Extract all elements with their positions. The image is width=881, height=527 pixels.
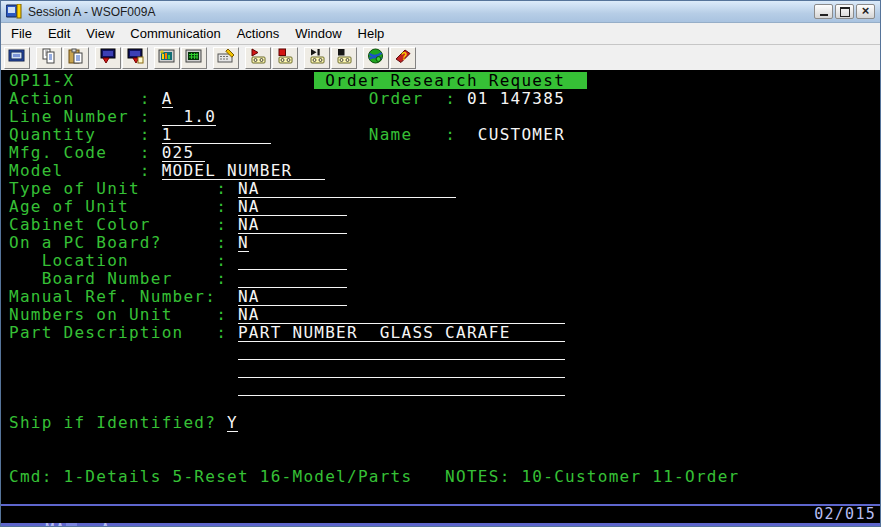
label-part-description: Part Description : xyxy=(9,324,238,341)
terminal-text xyxy=(9,360,238,377)
terminal-screen[interactable]: OP11-X Order Research Request Action : A… xyxy=(1,70,880,504)
field-line-number[interactable]: 1.0 xyxy=(162,108,217,126)
play-macro-button[interactable] xyxy=(245,47,271,69)
field-part-description-2[interactable] xyxy=(238,342,565,360)
terminal-row xyxy=(9,378,880,396)
terminal-row xyxy=(9,360,880,378)
field-part-description-1[interactable]: PART NUMBER GLASS CARAFE xyxy=(238,324,565,342)
display-setup-button[interactable] xyxy=(154,47,180,69)
terminal-row: Mfg. Code : 025 xyxy=(9,144,880,162)
window-title: Session A - WSOF009A xyxy=(28,5,814,19)
menu-help[interactable]: Help xyxy=(350,24,393,43)
send-file-button[interactable] xyxy=(122,47,148,69)
label-location: Location : xyxy=(9,252,238,269)
svg-text:?: ? xyxy=(401,51,407,62)
close-button[interactable]: × xyxy=(856,4,875,19)
copy-button[interactable] xyxy=(36,47,62,69)
new-session-button[interactable] xyxy=(4,47,30,69)
session-window: Session A - WSOF009A × FileEditViewCommu… xyxy=(0,0,881,527)
value-customer-name: CUSTOMER xyxy=(456,126,565,143)
screen-id: OP11-X xyxy=(9,72,74,89)
terminal-row xyxy=(9,396,880,414)
terminal-row: Ship if Identified? Y xyxy=(9,414,880,432)
field-manual-ref-number[interactable]: NA xyxy=(238,288,347,306)
command-hints: Cmd: 1-Details 5-Reset 16-Model/Parts NO… xyxy=(9,468,740,485)
field-mfg-code[interactable]: 025 xyxy=(162,144,206,162)
terminal-row: OP11-X Order Research Request xyxy=(9,72,880,90)
display-setup-icon xyxy=(157,48,177,68)
record-macro-icon xyxy=(275,48,295,68)
terminal-row: Location : xyxy=(9,252,880,270)
paste-button[interactable] xyxy=(63,47,89,69)
field-location[interactable] xyxy=(238,252,347,270)
resume-macro-button[interactable] xyxy=(304,47,330,69)
terminal-row: Model : MODEL NUMBER xyxy=(9,162,880,180)
label-order: Order : xyxy=(369,90,456,107)
menu-edit[interactable]: Edit xyxy=(40,24,78,43)
app-icon xyxy=(6,4,23,19)
maximize-button[interactable] xyxy=(835,4,854,19)
field-part-description-4[interactable] xyxy=(238,378,565,396)
terminal-row: On a PC Board? : N xyxy=(9,234,880,252)
label-numbers-on-unit: Numbers on Unit : xyxy=(9,306,238,323)
receive-file-icon xyxy=(98,48,118,68)
receive-file-button[interactable] xyxy=(95,47,121,69)
terminal-row: Board Number : xyxy=(9,270,880,288)
field-action[interactable]: A xyxy=(162,90,173,108)
keyboard-setup-button[interactable] xyxy=(213,47,239,69)
field-model[interactable]: MODEL NUMBER xyxy=(162,162,326,180)
oia-status-char: A xyxy=(56,521,66,527)
stop-macro-button[interactable] xyxy=(331,47,357,69)
label-name: Name : xyxy=(369,126,456,143)
menu-file[interactable]: File xyxy=(3,24,40,43)
color-setup-button[interactable] xyxy=(181,47,207,69)
menu-communication[interactable]: Communication xyxy=(122,24,228,43)
terminal-text xyxy=(74,72,314,89)
terminal-row xyxy=(9,342,880,360)
terminal-row: Age of Unit : NA xyxy=(9,198,880,216)
copy-icon xyxy=(39,48,59,68)
field-ship-if-identified[interactable]: Y xyxy=(227,414,238,432)
oia-status-bar: MAA 02/015 xyxy=(1,504,880,523)
terminal-row: Type of Unit : NA xyxy=(9,180,880,198)
field-type-of-unit[interactable]: NA xyxy=(238,180,456,198)
help-button[interactable]: ? xyxy=(390,47,416,69)
oia-session-indicator: A xyxy=(101,521,111,527)
resume-macro-icon xyxy=(307,48,327,68)
menu-bar: FileEditViewCommunicationActionsWindowHe… xyxy=(1,23,880,45)
label-manual-ref-number: Manual Ref. Number: xyxy=(9,288,238,305)
field-cabinet-color[interactable]: NA xyxy=(238,216,347,234)
terminal-row xyxy=(9,450,880,468)
value-order-number: 01 147385 xyxy=(456,90,565,107)
stop-macro-icon xyxy=(334,48,354,68)
maximize-icon xyxy=(840,7,850,17)
window-controls: × xyxy=(814,4,875,19)
label-on-pc-board: On a PC Board? : xyxy=(9,234,238,251)
label-quantity: Quantity : xyxy=(9,126,162,143)
close-icon: × xyxy=(862,4,870,17)
field-on-pc-board[interactable]: N xyxy=(238,234,249,252)
record-macro-button[interactable] xyxy=(272,47,298,69)
title-bar[interactable]: Session A - WSOF009A × xyxy=(1,1,880,23)
field-part-description-3[interactable] xyxy=(238,360,565,378)
terminal-row: Quantity : 1 Name : CUSTOMER xyxy=(9,126,880,144)
globe-icon xyxy=(366,48,386,68)
field-board-number[interactable] xyxy=(238,270,347,288)
minimize-button[interactable] xyxy=(814,4,833,19)
menu-actions[interactable]: Actions xyxy=(229,24,288,43)
field-age-of-unit[interactable]: NA xyxy=(238,198,347,216)
field-quantity[interactable]: 1 xyxy=(162,126,271,144)
terminal-row: Line Number : 1.0 xyxy=(9,108,880,126)
window-bottom-border xyxy=(1,523,880,526)
label-action: Action : xyxy=(9,90,162,107)
send-file-icon xyxy=(125,48,145,68)
play-macro-icon xyxy=(248,48,268,68)
field-numbers-on-unit[interactable]: NA xyxy=(238,306,565,324)
menu-view[interactable]: View xyxy=(78,24,122,43)
label-ship-if-identified: Ship if Identified? xyxy=(9,414,227,431)
menu-window[interactable]: Window xyxy=(287,24,349,43)
web-button[interactable] xyxy=(363,47,389,69)
terminal-text xyxy=(9,378,238,395)
terminal-row: Part Description : PART NUMBER GLASS CAR… xyxy=(9,324,880,342)
label-cabinet-color: Cabinet Color : xyxy=(9,216,238,233)
